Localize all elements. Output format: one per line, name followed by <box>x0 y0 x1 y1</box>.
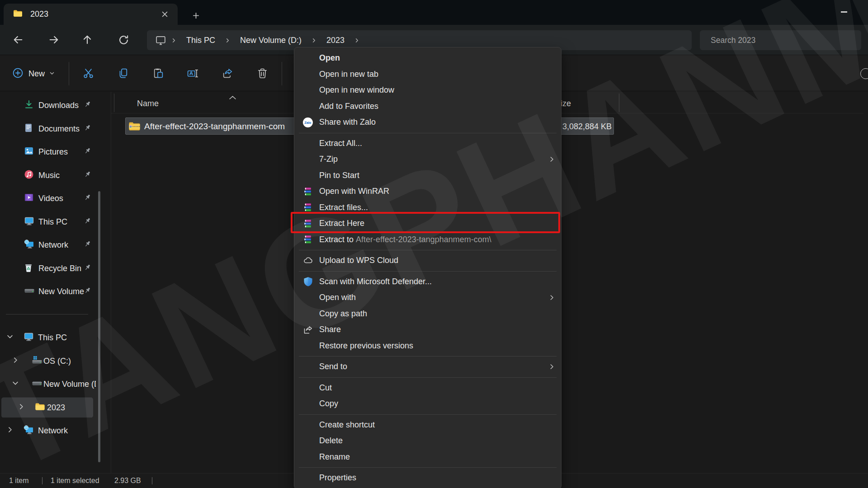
copy-button[interactable] <box>117 67 129 80</box>
menu-item-send-to[interactable]: Send to <box>294 359 561 375</box>
up-button[interactable] <box>80 32 95 47</box>
menu-item-label: Extract to <box>319 235 354 244</box>
winrar-icon <box>302 202 313 213</box>
drive-icon <box>24 286 35 297</box>
minimize-button[interactable] <box>841 11 847 13</box>
menu-item-cut[interactable]: Cut <box>294 380 561 396</box>
status-divider <box>152 477 152 484</box>
menu-item-create-shortcut[interactable]: Create shortcut <box>294 417 561 433</box>
menu-separator <box>299 250 557 250</box>
delete-button[interactable] <box>256 67 269 80</box>
winrar-icon <box>302 234 313 245</box>
cut-button[interactable] <box>82 67 94 80</box>
menu-item-delete[interactable]: Delete <box>294 433 561 449</box>
paste-button[interactable] <box>152 67 165 80</box>
menu-separator <box>299 414 557 415</box>
rename-button[interactable] <box>187 67 199 80</box>
no-icon <box>302 138 313 149</box>
sidebar-item-label: Music <box>38 170 60 180</box>
tree-item-2023[interactable]: 2023 <box>0 397 96 418</box>
tab-close-icon[interactable] <box>159 9 170 20</box>
tree-item-this-pc[interactable]: This PC <box>0 328 96 348</box>
more-options-icon[interactable] <box>860 68 868 79</box>
sidebar-item-this-pc[interactable]: This PC <box>0 212 107 231</box>
menu-item-7-zip[interactable]: 7-Zip <box>294 151 561 168</box>
menu-item-label: Pin to Start <box>319 171 359 180</box>
sidebar-item-videos[interactable]: Videos <box>0 189 107 208</box>
menu-item-open-in-new-window[interactable]: Open in new window <box>294 82 561 99</box>
sidebar-item-new-volume[interactable]: New Volume <box>0 282 107 301</box>
forward-button[interactable] <box>46 32 61 47</box>
winrar-icon <box>302 186 313 197</box>
pictures-icon <box>24 146 34 158</box>
pin-icon <box>84 147 91 157</box>
breadcrumb-2023[interactable]: 2023 <box>326 36 344 45</box>
pin-icon <box>84 124 91 133</box>
menu-item-share[interactable]: Share <box>294 322 561 338</box>
sidebar-item-downloads[interactable]: Downloads <box>0 96 107 115</box>
search-input[interactable]: Search 2023 <box>700 30 861 50</box>
tree-item-new-volume-d-[interactable]: New Volume (D:) <box>0 374 96 394</box>
menu-item-scan-with-microsoft-defender-[interactable]: Scan with Microsoft Defender... <box>294 274 561 290</box>
menu-item-rename[interactable]: Rename <box>294 449 561 465</box>
file-name: After-effect-2023-tangphanmem-com <box>144 122 285 131</box>
menu-item-path: After-effect-2023-tangphanmem-com\ <box>356 235 491 244</box>
sidebar-item-network[interactable]: Network <box>0 235 107 254</box>
sidebar-separator <box>6 314 88 314</box>
sidebar-scrollbar[interactable] <box>98 191 100 462</box>
pin-icon <box>84 240 91 250</box>
new-button[interactable]: New <box>8 65 58 83</box>
tab-2023[interactable]: 2023 <box>4 4 178 25</box>
share-button[interactable] <box>222 67 234 80</box>
menu-separator <box>299 356 557 357</box>
sidebar-item-recycle-bin[interactable]: Recycle Bin <box>0 259 107 278</box>
menu-item-share-with-zalo[interactable]: ZaloShare with Zalo <box>294 114 561 131</box>
menu-item-label: 7-Zip <box>319 155 338 164</box>
chevron-down-icon[interactable] <box>7 333 13 342</box>
refresh-button[interactable] <box>116 32 131 47</box>
menu-item-label: Delete <box>319 436 343 446</box>
menu-item-copy[interactable]: Copy <box>294 396 561 412</box>
menu-item-open-in-new-tab[interactable]: Open in new tab <box>294 66 561 83</box>
menu-item-open-with-winrar[interactable]: Open with WinRAR <box>294 183 561 200</box>
folder-icon <box>13 9 23 19</box>
menu-item-upload-to-wps-cloud[interactable]: Upload to WPS Cloud <box>294 253 561 269</box>
chevron-right-icon[interactable] <box>18 404 24 412</box>
folder-icon <box>34 402 46 413</box>
pc-icon <box>24 216 34 228</box>
menu-item-copy-as-path[interactable]: Copy as path <box>294 306 561 322</box>
chevron-down-icon[interactable] <box>12 380 19 388</box>
chevron-right-icon[interactable] <box>12 357 19 365</box>
menu-item-add-to-favorites[interactable]: Add to Favorites <box>294 99 561 115</box>
breadcrumb-this-pc[interactable]: This PC <box>186 36 215 45</box>
menu-item-pin-to-start[interactable]: Pin to Start <box>294 168 561 184</box>
menu-item-open[interactable]: Open <box>294 50 561 66</box>
pin-icon <box>84 217 91 226</box>
new-tab-button[interactable] <box>190 9 202 21</box>
sidebar-item-label: Downloads <box>38 101 79 110</box>
menu-item-properties[interactable]: Properties <box>294 470 561 486</box>
status-divider <box>42 477 42 484</box>
sidebar-item-music[interactable]: Music <box>0 166 107 185</box>
menu-item-label: Open in new tab <box>319 70 378 79</box>
column-separator[interactable] <box>619 94 619 112</box>
file-size: 3,082,884 KB <box>561 122 612 131</box>
sidebar-item-documents[interactable]: Documents <box>0 119 107 138</box>
breadcrumb-new-volume-d-[interactable]: New Volume (D:) <box>240 36 302 45</box>
sidebar-item-pictures[interactable]: Pictures <box>0 142 107 161</box>
back-button[interactable] <box>10 32 26 47</box>
tree-item-os-c-[interactable]: OS (C:) <box>0 351 96 371</box>
menu-item-restore-previous-versions[interactable]: Restore previous versions <box>294 338 561 354</box>
menu-item-label: Extract files... <box>319 203 368 212</box>
selected-count: 1 item selected <box>51 477 99 485</box>
downloads-icon <box>24 99 34 111</box>
menu-item-open-with[interactable]: Open with <box>294 290 561 306</box>
no-icon <box>302 399 313 409</box>
menu-item-label: Cut <box>319 383 332 393</box>
menu-item-extract-all-[interactable]: Extract All... <box>294 136 561 152</box>
chevron-right-icon[interactable] <box>7 427 13 435</box>
tree-item-network[interactable]: Network <box>0 421 96 441</box>
sort-ascending-icon[interactable] <box>229 94 236 102</box>
column-header-name[interactable]: Name <box>137 99 159 108</box>
menu-item-extract-to[interactable]: Extract toAfter-effect-2023-tangphanmem-… <box>294 232 561 248</box>
